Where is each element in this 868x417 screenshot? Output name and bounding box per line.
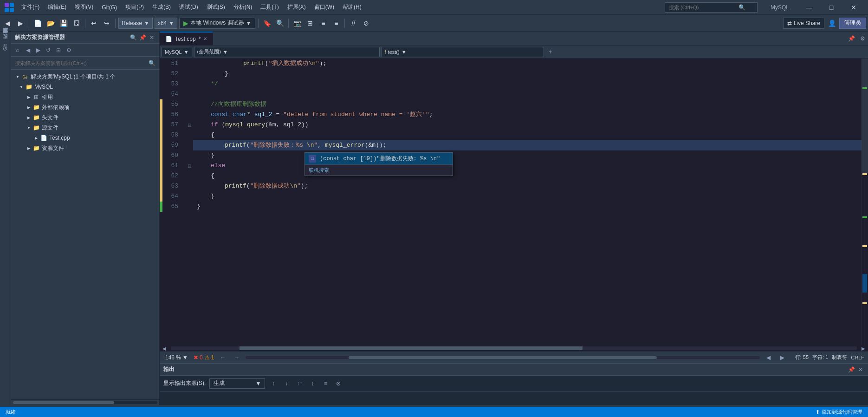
open-button[interactable]: 📂 <box>45 18 56 29</box>
autocomplete-item-0[interactable]: □ (const char [19])"删除数据失败: %s \n" <box>305 153 453 164</box>
sidebar-forward-btn[interactable]: ▶ <box>33 46 43 55</box>
tree-references[interactable]: ▶ ⊞ 引用 <box>11 92 159 102</box>
indent-button[interactable]: ≡ <box>317 18 329 29</box>
forward-button[interactable]: ▶ <box>15 18 26 29</box>
code-line-62[interactable]: { <box>193 171 862 181</box>
code-line-65[interactable]: } <box>193 202 862 212</box>
sidebar-search-input[interactable] <box>15 60 147 66</box>
status-source-control[interactable]: ⬆ 添加到源代码管理 <box>814 409 864 416</box>
output-pin-icon[interactable]: 📌 <box>848 366 855 373</box>
tab-testcpp[interactable]: 📄 Test.cpp * ✕ <box>160 32 213 46</box>
code-line-54[interactable] <box>193 89 862 99</box>
output-btn-2[interactable]: ↓ <box>282 379 291 388</box>
code-editor[interactable]: 51 52 53 54 55 56 57 58 59 60 61 62 63 6… <box>160 59 868 345</box>
editor-settings-icon[interactable]: ⚙ <box>859 35 866 42</box>
code-line-58[interactable]: { <box>193 130 862 140</box>
code-line-52[interactable]: } <box>193 69 862 79</box>
status-ready[interactable]: 就绪 <box>4 409 18 416</box>
run-debug-button[interactable]: ▶ 本地 Windows 调试器 ▼ <box>179 18 255 29</box>
code-line-51[interactable]: printf("插入数据成功\n"); <box>193 59 862 69</box>
output-source-dropdown[interactable]: 生成 ▼ <box>209 378 265 389</box>
output-btn-3[interactable]: ↑↑ <box>295 379 304 388</box>
sidebar-home-btn[interactable]: ⌂ <box>13 46 22 55</box>
minimize-button[interactable]: — <box>798 0 820 15</box>
editor-scrollbar-v[interactable] <box>862 59 868 345</box>
zoom-dropdown[interactable]: 146 % ▼ <box>163 353 190 362</box>
menu-analyze[interactable]: 分析(N) <box>230 2 256 12</box>
next-error-btn[interactable]: → <box>232 352 242 363</box>
tree-solution[interactable]: ▼ 🗂 解决方案'MySQL'(1 个项目/共 1 个 <box>11 72 159 82</box>
close-button[interactable]: ✕ <box>843 0 864 15</box>
menu-help[interactable]: 帮助(H) <box>339 2 365 12</box>
output-btn-6[interactable]: ⊗ <box>334 379 343 388</box>
menu-git[interactable]: Git(G) <box>98 3 121 12</box>
maximize-button[interactable]: □ <box>821 0 842 15</box>
function-dropdown[interactable]: f test() ▼ <box>382 47 544 57</box>
code-line-61[interactable]: else <box>193 161 862 171</box>
global-search-box[interactable]: 🔍 <box>665 2 758 13</box>
editor-scrollbar-h[interactable]: ◀ ▶ <box>160 345 868 351</box>
output-close-icon[interactable]: ✕ <box>857 366 864 373</box>
git-changes-toggle[interactable]: Git 更改 <box>1 41 10 52</box>
pin-sidebar-icon[interactable]: 📌 <box>139 34 146 41</box>
output-btn-1[interactable]: ↑ <box>269 379 278 388</box>
scroll-start-btn[interactable]: ◀ <box>764 352 774 363</box>
uncomment-button[interactable]: ⊘ <box>361 18 372 29</box>
menu-project[interactable]: 项目(P) <box>122 2 148 12</box>
config-dropdown[interactable]: Release ▼ <box>118 18 153 29</box>
tree-headers[interactable]: ▶ 📁 头文件 <box>11 112 159 123</box>
menu-tools[interactable]: 工具(T) <box>257 2 282 12</box>
fold-61[interactable]: ⊟ <box>186 161 193 171</box>
code-line-55[interactable]: //向数据库删除数据 <box>193 99 862 110</box>
output-btn-4[interactable]: ↕ <box>308 379 317 388</box>
sidebar-back-btn[interactable]: ◀ <box>23 46 32 55</box>
tree-external-deps[interactable]: ▶ 📁 外部依赖项 <box>11 102 159 112</box>
scope-dropdown[interactable]: (全局范围) ▼ <box>194 47 380 57</box>
sidebar-search-bar[interactable]: 🔍 <box>11 57 159 70</box>
search-in-sidebar-icon[interactable]: 🔍 <box>130 34 137 41</box>
code-line-64[interactable]: } <box>193 191 862 202</box>
global-search-input[interactable] <box>669 5 738 10</box>
menu-file[interactable]: 文件(F) <box>18 2 43 12</box>
account-button[interactable]: 👤 <box>826 18 837 29</box>
error-count[interactable]: ✖ 0 <box>194 354 203 361</box>
bookmark-button[interactable]: 🔖 <box>261 18 272 29</box>
output-btn-5[interactable]: ≡ <box>321 379 330 388</box>
save-all-button[interactable]: 🖫 <box>71 18 82 29</box>
code-line-63[interactable]: printf("删除数据成功\n"); <box>193 181 862 191</box>
platform-dropdown[interactable]: x64 ▼ <box>155 18 177 29</box>
language-dropdown[interactable]: MySQL ▼ <box>162 47 192 57</box>
scroll-right-btn[interactable]: ▶ <box>859 346 868 351</box>
scroll-left-btn[interactable]: ◀ <box>160 346 169 351</box>
tree-project-mysql[interactable]: ▼ 📁 MySQL <box>11 82 159 92</box>
close-sidebar-icon[interactable]: ✕ <box>148 34 155 41</box>
fold-57[interactable]: ⊟ <box>186 120 193 130</box>
scroll-end-btn[interactable]: ▶ <box>777 352 788 363</box>
menu-debug[interactable]: 调试(D) <box>175 2 202 12</box>
autocomplete-action-search[interactable]: 联机搜索 <box>305 164 453 176</box>
code-line-56[interactable]: const char* sql_2 = "delete from student… <box>193 110 862 120</box>
code-content[interactable]: printf("插入数据成功\n"); } */ //向数据库删除数据 <box>193 59 862 345</box>
warning-count[interactable]: ⚠ 1 <box>205 354 214 361</box>
code-line-59[interactable]: printf("删除数据失败：%s \n", mysql_error(&m)); <box>193 140 862 150</box>
menu-extensions[interactable]: 扩展(X) <box>284 2 310 12</box>
menu-view[interactable]: 视图(V) <box>71 2 97 12</box>
manage-button[interactable]: 管理员 <box>839 18 866 29</box>
outdent-button[interactable]: ≡ <box>330 18 342 29</box>
code-line-57[interactable]: if (mysql_query(&m, sql_2)) <box>193 120 862 130</box>
add-scope-button[interactable]: + <box>546 47 555 57</box>
undo-button[interactable]: ↩ <box>88 18 99 29</box>
sidebar-settings-btn[interactable]: ⚙ <box>64 46 73 55</box>
menu-test[interactable]: 测试(S) <box>203 2 229 12</box>
sidebar-scrollbar-h[interactable] <box>11 399 159 405</box>
liveshare-button[interactable]: ⇄ Live Share <box>783 18 824 29</box>
comment-button[interactable]: // <box>348 18 359 29</box>
search-toolbar-button[interactable]: 🔍 <box>274 18 285 29</box>
scroll-track-h[interactable] <box>171 346 857 350</box>
tree-sources[interactable]: ▼ 📁 源文件 <box>11 123 159 133</box>
editor-pin-icon[interactable]: 📌 <box>848 35 855 42</box>
tree-testcpp[interactable]: ▶ 📄 Test.cpp <box>11 133 159 143</box>
redo-button[interactable]: ↪ <box>101 18 112 29</box>
new-file-button[interactable]: 📄 <box>32 18 43 29</box>
prev-error-btn[interactable]: ← <box>218 352 228 363</box>
